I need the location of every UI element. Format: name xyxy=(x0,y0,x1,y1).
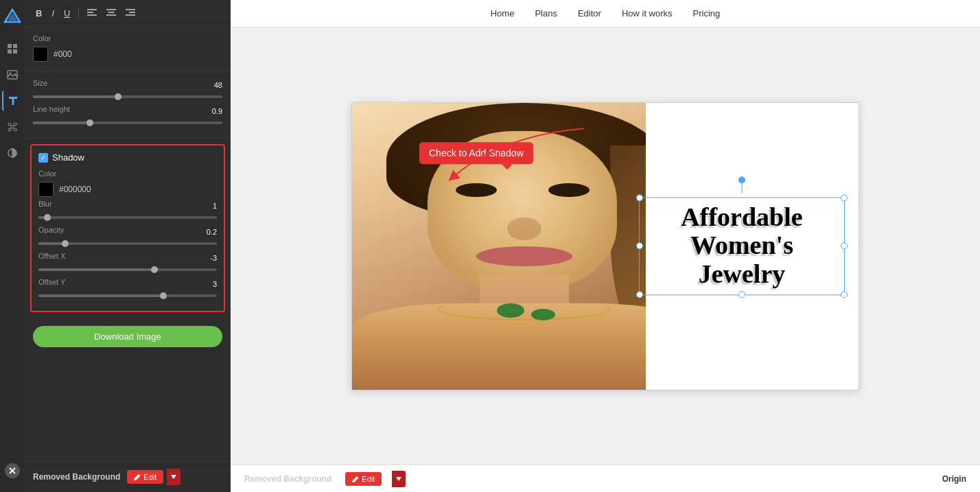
blur-label: Blur xyxy=(38,200,52,208)
handle-middle-right[interactable] xyxy=(841,242,848,249)
offset-y-label: Offset Y xyxy=(38,278,65,286)
shadow-color-value: #000000 xyxy=(59,185,91,194)
line-height-slider[interactable] xyxy=(33,121,222,124)
status-edit-label: Edit xyxy=(362,475,375,483)
align-center-button[interactable] xyxy=(104,7,119,20)
underline-button[interactable]: U xyxy=(61,7,73,20)
line-height-thumb[interactable] xyxy=(86,119,93,126)
status-edit-button[interactable]: Edit xyxy=(345,472,382,486)
opacity-value: 0.2 xyxy=(207,228,217,236)
svg-rect-3 xyxy=(13,49,17,54)
top-nav: Home Plans Editor How it works Pricing xyxy=(231,0,980,27)
line-height-row: Line height 0.9 xyxy=(33,105,222,117)
text-element[interactable]: Check to Add Shadow xyxy=(639,197,845,295)
line-height-fill xyxy=(33,121,90,124)
svg-rect-1 xyxy=(13,44,17,48)
align-right-button[interactable] xyxy=(123,7,138,20)
canvas-wrapper: Check to Add Shadow xyxy=(351,102,859,390)
line-height-label: Line height xyxy=(33,105,70,113)
shadow-checkbox[interactable]: ✓ xyxy=(38,153,48,163)
main-area: Home Plans Editor How it works Pricing xyxy=(231,0,980,492)
opacity-label: Opacity xyxy=(38,226,64,234)
size-slider[interactable] xyxy=(33,95,222,98)
blur-slider[interactable] xyxy=(38,216,217,219)
sidebar-icon-grid[interactable] xyxy=(2,38,23,59)
bold-button[interactable]: B xyxy=(33,7,45,20)
shadow-section: ✓ Shadow Color #000000 Blur 1 Opacity 0.… xyxy=(30,144,225,312)
nav-howitworks[interactable]: How it works xyxy=(622,5,673,21)
handle-bottom-center[interactable] xyxy=(738,291,745,298)
edit-dropdown-arrow[interactable] xyxy=(167,469,180,485)
align-left-button[interactable] xyxy=(84,7,100,20)
nav-pricing[interactable]: Pricing xyxy=(693,5,721,21)
color-row: #000 xyxy=(33,47,222,62)
origin-label: Origin xyxy=(942,474,966,484)
offset-y-slider[interactable] xyxy=(38,294,217,297)
offset-y-fill xyxy=(38,294,163,297)
shadow-color-swatch[interactable] xyxy=(38,182,54,197)
size-section: Size 48 Line height 0.9 xyxy=(25,72,231,139)
handle-top-right[interactable] xyxy=(841,194,848,201)
svg-point-6 xyxy=(8,123,11,126)
download-button[interactable]: Download Image xyxy=(33,326,222,347)
size-row: Size 48 xyxy=(33,79,222,91)
tooltip-bubble: Check to Add Shadow xyxy=(419,142,533,164)
icon-bar xyxy=(0,0,25,492)
svg-rect-2 xyxy=(8,49,12,54)
offset-x-thumb[interactable] xyxy=(151,266,158,273)
sidebar-icon-image[interactable] xyxy=(2,65,23,85)
status-edit-dropdown[interactable] xyxy=(392,471,406,487)
canvas-area: Check to Add Shadow xyxy=(231,27,980,465)
italic-button[interactable]: I xyxy=(49,7,57,20)
side-panel: B I U Color #000 Size 48 xyxy=(25,0,231,492)
shadow-color-label: Color xyxy=(38,169,217,178)
text-selection-box: Affordable Women's Jewelry xyxy=(639,197,845,295)
color-label: Color xyxy=(33,34,222,43)
svg-point-9 xyxy=(14,128,16,131)
sidebar-icon-pattern[interactable] xyxy=(2,117,23,137)
size-label: Size xyxy=(33,79,47,87)
edit-button[interactable]: Edit xyxy=(127,470,163,484)
bottom-status-bar: Removed Background Edit Origin xyxy=(231,465,980,492)
close-sidebar-button[interactable] xyxy=(5,463,20,478)
handle-middle-left[interactable] xyxy=(636,242,643,249)
size-slider-thumb[interactable] xyxy=(115,93,121,100)
shadow-header: ✓ Shadow xyxy=(38,152,217,163)
svg-point-10 xyxy=(11,126,14,128)
nav-editor[interactable]: Editor xyxy=(578,5,601,21)
color-section: Color #000 xyxy=(25,27,231,72)
size-value: 48 xyxy=(214,81,222,89)
offset-y-thumb[interactable] xyxy=(160,292,167,299)
selection-top-line xyxy=(742,178,743,193)
shadow-title: Shadow xyxy=(52,152,84,163)
opacity-thumb[interactable] xyxy=(62,240,69,247)
app-logo[interactable] xyxy=(2,7,23,27)
opacity-slider[interactable] xyxy=(38,242,217,245)
divider xyxy=(78,8,79,19)
offset-y-row: Offset Y 3 xyxy=(38,278,217,290)
shadow-color-row: #000000 xyxy=(38,182,217,197)
sidebar-icon-text[interactable] xyxy=(2,91,23,111)
size-slider-fill xyxy=(33,95,118,98)
text-toolbar: B I U xyxy=(25,0,231,27)
color-swatch[interactable] xyxy=(33,47,48,62)
offset-x-value: -3 xyxy=(210,254,217,262)
nav-plans[interactable]: Plans xyxy=(535,5,557,21)
handle-top-left[interactable] xyxy=(636,194,643,201)
svg-rect-0 xyxy=(8,44,12,48)
nav-home[interactable]: Home xyxy=(491,5,515,21)
sidebar-icon-contrast[interactable] xyxy=(2,143,23,163)
removed-bg-label: Removed Background xyxy=(33,472,120,482)
canvas-text: Affordable Women's Jewelry xyxy=(648,203,836,289)
removed-bg-status-label: Removed Background xyxy=(244,474,331,484)
opacity-row: Opacity 0.2 xyxy=(38,226,217,238)
offset-x-row: Offset X -3 xyxy=(38,252,217,264)
blur-thumb[interactable] xyxy=(44,214,51,221)
svg-point-7 xyxy=(14,123,16,126)
svg-point-8 xyxy=(8,128,11,131)
blur-row: Blur 1 xyxy=(38,200,217,212)
offset-x-slider[interactable] xyxy=(38,268,217,271)
edit-label: Edit xyxy=(143,473,156,481)
line-height-value: 0.9 xyxy=(212,107,222,115)
blur-value: 1 xyxy=(213,202,217,210)
